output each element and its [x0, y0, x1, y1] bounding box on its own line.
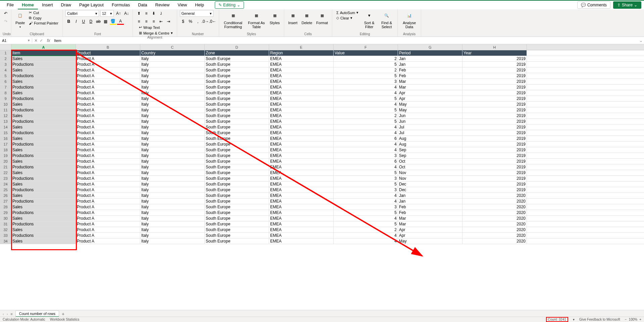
cell[interactable]: EMEA	[269, 130, 334, 136]
cell[interactable]: 2019	[462, 113, 527, 118]
cell[interactable]: EMEA	[269, 113, 334, 118]
cell[interactable]: Product A	[76, 119, 140, 124]
cell[interactable]: Product A	[76, 130, 140, 136]
cell[interactable]: Sales	[11, 159, 76, 164]
row-header[interactable]: 11	[0, 107, 11, 113]
cell[interactable]: EMEA	[269, 204, 334, 210]
cell[interactable]: 6	[334, 136, 398, 141]
menu-tab-formulas[interactable]: Formulas	[108, 1, 134, 9]
cell[interactable]: Product A	[76, 62, 140, 67]
cell[interactable]: South Europe	[205, 130, 269, 136]
cell[interactable]: Nov	[398, 170, 462, 175]
bold-button[interactable]: B	[65, 18, 72, 25]
cell[interactable]: 2019	[462, 136, 527, 141]
cell[interactable]: EMEA	[269, 210, 334, 215]
cell[interactable]: 5	[334, 73, 398, 78]
cell[interactable]: South Europe	[205, 142, 269, 147]
cell[interactable]: South Europe	[205, 96, 269, 101]
header-cell[interactable]: Product	[76, 50, 140, 56]
row-header[interactable]: 21	[0, 164, 11, 170]
cell[interactable]: Italy	[140, 56, 205, 61]
cell[interactable]: Product A	[76, 193, 140, 198]
cell[interactable]: Italy	[140, 62, 205, 67]
menu-tab-home[interactable]: Home	[18, 1, 38, 9]
double-underline-button[interactable]: D	[88, 18, 94, 25]
cancel-formula-button[interactable]: ✕	[34, 38, 38, 43]
cell[interactable]: Sales	[11, 79, 76, 84]
cell[interactable]: Jul	[398, 124, 462, 130]
cell[interactable]: Italy	[140, 187, 205, 193]
cell[interactable]: South Europe	[205, 176, 269, 181]
cell[interactable]: EMEA	[269, 170, 334, 175]
orientation-button[interactable]: ⤸	[158, 10, 164, 17]
workbook-stats-label[interactable]: Workbook Statistics	[50, 318, 80, 321]
zoom-level[interactable]: 100%	[629, 318, 638, 321]
cell[interactable]: 5	[334, 170, 398, 175]
comma-button[interactable]: ,	[195, 18, 201, 25]
cut-button[interactable]: ✂Cut	[28, 10, 60, 15]
cell[interactable]: Jan	[398, 62, 462, 67]
cell[interactable]: South Europe	[205, 90, 269, 96]
menu-tab-data[interactable]: Data	[134, 1, 151, 9]
format-as-table-button[interactable]: ▦Format As Table	[246, 10, 267, 30]
cell[interactable]: Apr	[398, 96, 462, 101]
menu-tab-insert[interactable]: Insert	[38, 1, 57, 9]
italic-button[interactable]: I	[73, 18, 80, 25]
cell[interactable]: Product A	[76, 96, 140, 101]
increase-decimal-button[interactable]: .0→	[202, 18, 209, 25]
cell[interactable]: Italy	[140, 181, 205, 187]
cell[interactable]: 5	[334, 221, 398, 227]
header-cell[interactable]: Country	[140, 50, 205, 56]
cell[interactable]: Italy	[140, 107, 205, 113]
row-header[interactable]: 2	[0, 56, 11, 61]
row-header[interactable]: 5	[0, 73, 11, 78]
cell[interactable]: Product A	[76, 73, 140, 78]
borders-button[interactable]: ▦	[102, 18, 109, 25]
cell[interactable]: 2019	[462, 176, 527, 181]
cell[interactable]: Italy	[140, 102, 205, 107]
column-header-G[interactable]: G	[398, 44, 462, 50]
column-header-D[interactable]: D	[205, 44, 269, 50]
cell[interactable]: 4	[334, 147, 398, 153]
cell[interactable]: South Europe	[205, 193, 269, 198]
font-name-combo[interactable]: Calibri▾	[65, 10, 99, 17]
menu-tab-page-layout[interactable]: Page Layout	[75, 1, 108, 9]
cell[interactable]: Italy	[140, 199, 205, 204]
increase-font-button[interactable]: A↑	[115, 10, 122, 17]
row-header[interactable]: 13	[0, 119, 11, 124]
align-top-button[interactable]: ⬆	[136, 10, 142, 17]
header-cell[interactable]: Item	[11, 50, 76, 56]
cell[interactable]: 2019	[462, 170, 527, 175]
cell[interactable]: 4	[334, 90, 398, 96]
cell[interactable]: South Europe	[205, 227, 269, 232]
cell[interactable]: Italy	[140, 238, 205, 244]
cell[interactable]: Sales	[11, 56, 76, 61]
calc-mode-label[interactable]: Calculation Mode: Automatic	[3, 318, 45, 321]
cell[interactable]: Product A	[76, 147, 140, 153]
currency-button[interactable]: $	[180, 18, 187, 25]
header-cell[interactable]: Region	[269, 50, 334, 56]
cell[interactable]: South Europe	[205, 233, 269, 238]
cell[interactable]: 5	[334, 96, 398, 101]
cell[interactable]: Productions	[11, 119, 76, 124]
cell[interactable]: EMEA	[269, 85, 334, 90]
cell[interactable]: Productions	[11, 187, 76, 193]
align-bottom-button[interactable]: ⬇	[150, 10, 157, 17]
cell[interactable]: 2020	[462, 193, 527, 198]
cell[interactable]: Productions	[11, 130, 76, 136]
row-header[interactable]: 34	[0, 238, 11, 244]
cell[interactable]: Productions	[11, 210, 76, 215]
select-all-corner[interactable]	[0, 44, 11, 50]
cell[interactable]: Product A	[76, 159, 140, 164]
row-header[interactable]: 25	[0, 187, 11, 193]
cell[interactable]: EMEA	[269, 67, 334, 73]
delete-cells-button[interactable]: ▦Delete	[300, 10, 314, 25]
autosum-button[interactable]: ΣAutoSum▾	[335, 10, 360, 15]
cell[interactable]: EMEA	[269, 107, 334, 113]
cell[interactable]: Product A	[76, 199, 140, 204]
cell[interactable]: Italy	[140, 130, 205, 136]
decrease-decimal-button[interactable]: .0←	[209, 18, 216, 25]
row-header[interactable]: 17	[0, 142, 11, 147]
cell[interactable]: Italy	[140, 170, 205, 175]
cell[interactable]: South Europe	[205, 153, 269, 158]
